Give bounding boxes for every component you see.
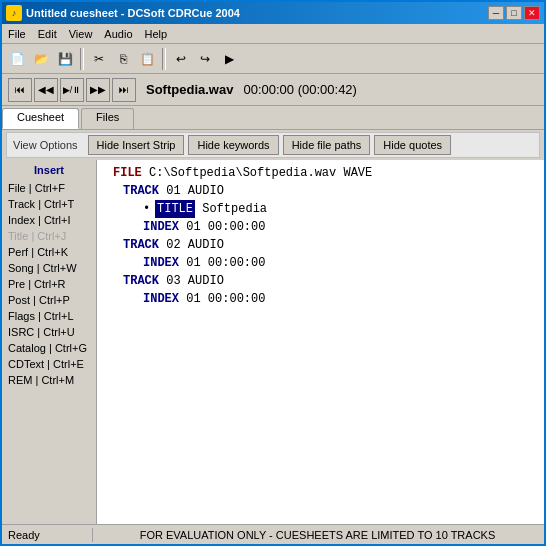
status-bar: Ready FOR EVALUATION ONLY - CUESHEETS AR… xyxy=(2,524,544,544)
hide-insert-strip-button[interactable]: Hide Insert Strip xyxy=(88,135,185,155)
keyword-track02: TRACK xyxy=(123,236,159,254)
tab-cuesheet[interactable]: Cuesheet xyxy=(2,108,79,129)
app-icon: ♪ xyxy=(6,5,22,21)
maximize-button[interactable]: □ xyxy=(506,6,522,20)
copy-button[interactable]: ⎘ xyxy=(112,48,134,70)
play-button[interactable]: ▶ xyxy=(218,48,240,70)
bullet-icon: • xyxy=(143,200,153,218)
keyword-index01: INDEX xyxy=(143,218,179,236)
main-window: ♪ Untitled cuesheet - DCSoft CDRCue 2004… xyxy=(0,0,546,546)
main-content: Insert File | Ctrl+F Track | Ctrl+T Inde… xyxy=(2,160,544,524)
editor-line-index03: INDEX 01 00:00:00 xyxy=(143,290,538,308)
undo-button[interactable]: ↩ xyxy=(170,48,192,70)
editor-line-index01: INDEX 01 00:00:00 xyxy=(143,218,538,236)
file-path: C:\Softpedia\Softpedia.wav WAVE xyxy=(142,164,372,182)
transport-rewind-button[interactable]: ◀◀ xyxy=(34,78,58,102)
title-bar-text: Untitled cuesheet - DCSoft CDRCue 2004 xyxy=(26,7,488,19)
toolbar-sep-1 xyxy=(80,48,84,70)
transport-next-button[interactable]: ⏭ xyxy=(112,78,136,102)
title-value: Softpedia xyxy=(195,200,267,218)
close-button[interactable]: ✕ xyxy=(524,6,540,20)
insert-cdtext[interactable]: CDText | Ctrl+E xyxy=(2,356,96,372)
menu-edit[interactable]: Edit xyxy=(32,26,63,42)
transport-bar: ⏮ ◀◀ ▶/⏸ ▶▶ ⏭ Softpedia.wav 00:00:00 (00… xyxy=(2,74,544,106)
track-time: 00:00:00 (00:00:42) xyxy=(243,82,357,97)
editor-line-track02: TRACK 02 AUDIO xyxy=(123,236,538,254)
editor-line-track03: TRACK 03 AUDIO xyxy=(123,272,538,290)
cut-button[interactable]: ✂ xyxy=(88,48,110,70)
insert-flags[interactable]: Flags | Ctrl+L xyxy=(2,308,96,324)
toolbar: 📄 📂 💾 ✂ ⎘ 📋 ↩ ↪ ▶ xyxy=(2,44,544,74)
track01-info: 01 AUDIO xyxy=(159,182,224,200)
index01-time: 01 00:00:00 xyxy=(179,218,265,236)
insert-title: Title | Ctrl+J xyxy=(2,228,96,244)
insert-perf[interactable]: Perf | Ctrl+K xyxy=(2,244,96,260)
insert-song[interactable]: Song | Ctrl+W xyxy=(2,260,96,276)
menu-bar: File Edit View Audio Help xyxy=(2,24,544,44)
insert-post[interactable]: Post | Ctrl+P xyxy=(2,292,96,308)
keyword-index02: INDEX xyxy=(143,254,179,272)
status-right: FOR EVALUATION ONLY - CUESHEETS ARE LIMI… xyxy=(97,529,538,541)
insert-track[interactable]: Track | Ctrl+T xyxy=(2,196,96,212)
track-info: Softpedia.wav 00:00:00 (00:00:42) xyxy=(146,82,357,97)
transport-playpause-button[interactable]: ▶/⏸ xyxy=(60,78,84,102)
status-left: Ready xyxy=(8,529,88,541)
transport-prev-button[interactable]: ⏮ xyxy=(8,78,32,102)
editor-line-file: FILE C:\Softpedia\Softpedia.wav WAVE xyxy=(103,164,538,182)
track03-info: 03 AUDIO xyxy=(159,272,224,290)
insert-catalog[interactable]: Catalog | Ctrl+G xyxy=(2,340,96,356)
editor-line-title: • TITLE Softpedia xyxy=(143,200,538,218)
hide-quotes-button[interactable]: Hide quotes xyxy=(374,135,451,155)
new-button[interactable]: 📄 xyxy=(6,48,28,70)
menu-help[interactable]: Help xyxy=(139,26,174,42)
keyword-title: TITLE xyxy=(155,200,195,218)
view-options-label: View Options xyxy=(13,139,78,151)
menu-view[interactable]: View xyxy=(63,26,99,42)
insert-panel-title: Insert xyxy=(2,164,96,176)
menu-audio[interactable]: Audio xyxy=(98,26,138,42)
insert-index[interactable]: Index | Ctrl+I xyxy=(2,212,96,228)
save-button[interactable]: 💾 xyxy=(54,48,76,70)
editor-panel[interactable]: FILE C:\Softpedia\Softpedia.wav WAVE TRA… xyxy=(97,160,544,524)
keyword-file: FILE xyxy=(113,164,142,182)
tabs-row: Cuesheet Files xyxy=(2,106,544,130)
status-separator xyxy=(92,528,93,542)
track-filename: Softpedia.wav xyxy=(146,82,233,97)
open-button[interactable]: 📂 xyxy=(30,48,52,70)
transport-forward-button[interactable]: ▶▶ xyxy=(86,78,110,102)
editor-line-track01: TRACK 01 AUDIO xyxy=(123,182,538,200)
keyword-index03: INDEX xyxy=(143,290,179,308)
view-options-bar: View Options Hide Insert Strip Hide keyw… xyxy=(6,132,540,158)
redo-button[interactable]: ↪ xyxy=(194,48,216,70)
insert-rem[interactable]: REM | Ctrl+M xyxy=(2,372,96,388)
editor-line-index02: INDEX 01 00:00:00 xyxy=(143,254,538,272)
track02-info: 02 AUDIO xyxy=(159,236,224,254)
hide-keywords-button[interactable]: Hide keywords xyxy=(188,135,278,155)
insert-file[interactable]: File | Ctrl+F xyxy=(2,180,96,196)
toolbar-sep-2 xyxy=(162,48,166,70)
index03-time: 01 00:00:00 xyxy=(179,290,265,308)
hide-file-paths-button[interactable]: Hide file paths xyxy=(283,135,371,155)
menu-file[interactable]: File xyxy=(2,26,32,42)
insert-panel: Insert File | Ctrl+F Track | Ctrl+T Inde… xyxy=(2,160,97,524)
paste-button[interactable]: 📋 xyxy=(136,48,158,70)
tab-files[interactable]: Files xyxy=(81,108,134,129)
keyword-track03: TRACK xyxy=(123,272,159,290)
keyword-track01: TRACK xyxy=(123,182,159,200)
minimize-button[interactable]: ─ xyxy=(488,6,504,20)
insert-isrc[interactable]: ISRC | Ctrl+U xyxy=(2,324,96,340)
insert-pre[interactable]: Pre | Ctrl+R xyxy=(2,276,96,292)
title-bar-buttons: ─ □ ✕ xyxy=(488,6,540,20)
index02-time: 01 00:00:00 xyxy=(179,254,265,272)
title-bar: ♪ Untitled cuesheet - DCSoft CDRCue 2004… xyxy=(2,2,544,24)
